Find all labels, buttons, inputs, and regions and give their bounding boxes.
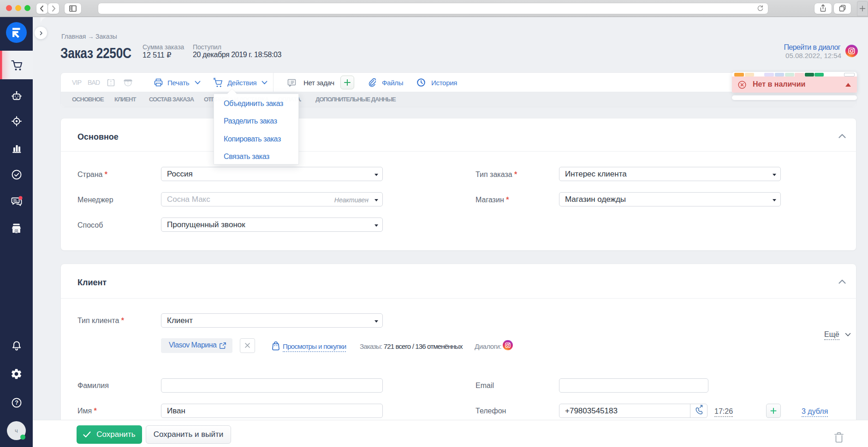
svg-text:?: ? (15, 400, 18, 406)
